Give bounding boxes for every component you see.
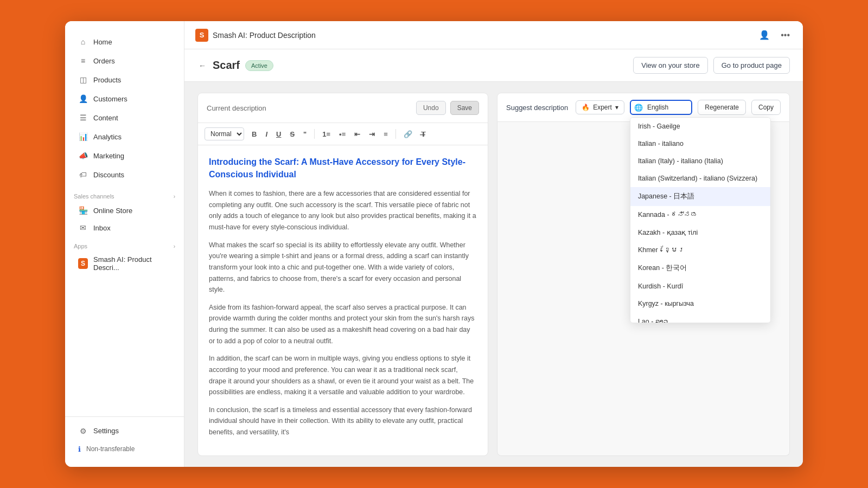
- editor-para-5: In conclusion, the scarf is a timeless a…: [209, 404, 477, 438]
- go-to-product-button[interactable]: Go to product page: [713, 57, 790, 74]
- lang-item-japanese[interactable]: Japanese - 日本語: [630, 187, 770, 206]
- format-select[interactable]: Normal: [205, 127, 244, 140]
- topbar-actions: 👤 •••: [757, 28, 792, 42]
- page-header-actions: View on your store Go to product page: [633, 57, 790, 74]
- clear-format-button[interactable]: T̶: [418, 128, 429, 140]
- suggest-mode-select[interactable]: 🔥 Expert ▾: [576, 100, 624, 114]
- link-button[interactable]: 🔗: [400, 128, 416, 140]
- language-dropdown: Irish - Gaeilge Italian - italiano Itali…: [630, 117, 771, 323]
- editor-buttons: Undo Save: [416, 101, 479, 115]
- content-icon: ☰: [78, 113, 88, 123]
- inbox-icon: ✉: [78, 223, 88, 233]
- more-options-button[interactable]: •••: [778, 28, 792, 42]
- sidebar-item-content[interactable]: ☰ Content: [69, 108, 180, 127]
- underline-button[interactable]: U: [273, 128, 284, 140]
- marketing-icon: 📣: [78, 151, 88, 160]
- page-title: Scarf: [213, 59, 240, 72]
- topbar-title: Smash AI: Product Description: [213, 31, 316, 40]
- sidebar-item-discounts[interactable]: 🏷 Discounts: [69, 165, 180, 184]
- sidebar-item-orders-label: Orders: [93, 57, 115, 65]
- sidebar-item-products-label: Products: [93, 76, 121, 84]
- sidebar-item-analytics[interactable]: 📊 Analytics: [69, 127, 180, 146]
- sidebar-item-inbox[interactable]: ✉ Inbox: [69, 220, 180, 236]
- info-icon: ℹ: [78, 445, 81, 453]
- apps-section: Apps ›: [65, 236, 184, 252]
- view-on-store-button[interactable]: View on your store: [633, 57, 707, 74]
- brand-logo: S: [195, 29, 208, 42]
- lang-item-kannada[interactable]: Kannada - ಕನ್ನಡ: [630, 206, 770, 223]
- suggest-header: Suggest description 🔥 Expert ▾ 🌐 Irish -…: [497, 93, 790, 122]
- online-store-label: Online Store: [93, 207, 132, 215]
- indent-button[interactable]: ⇤: [351, 128, 363, 140]
- apps-chevron[interactable]: ›: [174, 243, 175, 249]
- sidebar-item-settings[interactable]: ⚙ Settings: [69, 422, 180, 440]
- topbar: S Smash AI: Product Description 👤 •••: [184, 21, 803, 49]
- editor-label: Current description: [207, 104, 266, 112]
- page-header-left: ← Scarf Active: [197, 59, 273, 72]
- sidebar-item-customers[interactable]: 👤 Customers: [69, 89, 180, 108]
- editor-content[interactable]: Introducing the Scarf: A Must-Have Acces…: [198, 145, 488, 455]
- editor-title: Introducing the Scarf: A Must-Have Acces…: [209, 156, 477, 181]
- topbar-brand: S Smash AI: Product Description: [195, 29, 316, 42]
- editor-para-2: What makes the scarf so special is its a…: [209, 240, 477, 296]
- online-store-icon: 🏪: [78, 206, 88, 215]
- copy-button[interactable]: Copy: [751, 100, 781, 115]
- lang-item-kyrgyz[interactable]: Kyrgyz - кыргызча: [630, 295, 770, 312]
- sidebar-item-online-store[interactable]: 🏪 Online Store: [69, 202, 180, 219]
- save-button[interactable]: Save: [450, 101, 479, 115]
- customers-icon: 👤: [78, 94, 88, 104]
- account-icon-button[interactable]: 👤: [757, 28, 772, 42]
- non-transferable-label: Non-transferable: [86, 445, 135, 453]
- home-icon: ⌂: [78, 37, 88, 47]
- sidebar-item-marketing[interactable]: 📣 Marketing: [69, 146, 180, 165]
- regenerate-button[interactable]: Regenerate: [698, 100, 746, 115]
- smash-ai-label: Smash AI: Product Descri...: [93, 255, 171, 272]
- discounts-icon: 🏷: [78, 170, 88, 179]
- editor-panel: Current description Undo Save Normal B I…: [197, 93, 488, 455]
- editor-panel-header: Current description Undo Save: [198, 93, 488, 123]
- sidebar-item-orders[interactable]: ≡ Orders: [69, 52, 180, 70]
- settings-label: Settings: [93, 427, 119, 435]
- lang-input-wrapper: 🌐 Irish - Gaeilge Italian - italiano Ita…: [630, 100, 692, 115]
- bold-button[interactable]: B: [248, 128, 260, 140]
- settings-icon: ⚙: [78, 426, 88, 436]
- lang-item-italian[interactable]: Italian - italiano: [630, 135, 770, 152]
- status-badge: Active: [245, 60, 273, 71]
- lang-item-irish[interactable]: Irish - Gaeilge: [630, 118, 770, 135]
- lang-item-khmer[interactable]: Khmer - ខ្មែរ: [630, 241, 770, 259]
- lang-item-korean[interactable]: Korean - 한국어: [630, 259, 770, 278]
- suggest-panel: Suggest description 🔥 Expert ▾ 🌐 Irish -…: [497, 93, 790, 455]
- ordered-list-button[interactable]: 1≡: [319, 128, 334, 140]
- editor-para-1: When it comes to fashion, there are a fe…: [209, 188, 477, 233]
- italic-button[interactable]: I: [262, 128, 271, 140]
- sidebar-item-marketing-label: Marketing: [93, 152, 124, 160]
- orders-icon: ≡: [78, 56, 88, 66]
- align-button[interactable]: ≡: [380, 128, 391, 140]
- lang-item-italian-switzerland[interactable]: Italian (Switzerland) - italiano (Svizze…: [630, 170, 770, 187]
- sidebar-item-discounts-label: Discounts: [93, 171, 124, 179]
- lang-item-kurdish[interactable]: Kurdish - Kurdî: [630, 278, 770, 295]
- sidebar-item-smash-ai[interactable]: S Smash AI: Product Descri...: [69, 252, 180, 275]
- back-button[interactable]: ←: [197, 60, 207, 71]
- sidebar-item-home[interactable]: ⌂ Home: [69, 33, 180, 51]
- quote-button[interactable]: ": [300, 128, 310, 140]
- undo-button[interactable]: Undo: [416, 101, 446, 115]
- sales-channels-section: Sales channels ›: [65, 187, 184, 202]
- strikethrough-button[interactable]: S: [286, 128, 298, 140]
- lang-item-kazakh[interactable]: Kazakh - қазақ тілі: [630, 223, 770, 241]
- outdent-button[interactable]: ⇥: [366, 128, 378, 140]
- toolbar-divider-1: [314, 129, 315, 139]
- page-header: ← Scarf Active View on your store Go to …: [184, 49, 803, 82]
- lang-item-lao[interactable]: Lao - ລາວ: [630, 312, 770, 323]
- suggest-mode-label: Expert: [593, 104, 612, 111]
- lang-item-italian-italy[interactable]: Italian (Italy) - italiano (Italia): [630, 152, 770, 170]
- sales-channels-chevron[interactable]: ›: [174, 194, 175, 200]
- sidebar: ⌂ Home ≡ Orders ◫ Products 👤 Customers ☰…: [65, 21, 184, 466]
- editor-para-4: In addition, the scarf can be worn in mu…: [209, 353, 477, 398]
- unordered-list-button[interactable]: •≡: [336, 128, 349, 140]
- non-transferable-item: ℹ Non-transferable: [69, 441, 180, 458]
- suggest-label: Suggest description: [506, 104, 568, 112]
- expert-icon: 🔥: [582, 104, 590, 111]
- products-icon: ◫: [78, 75, 88, 85]
- sidebar-item-products[interactable]: ◫ Products: [69, 70, 180, 89]
